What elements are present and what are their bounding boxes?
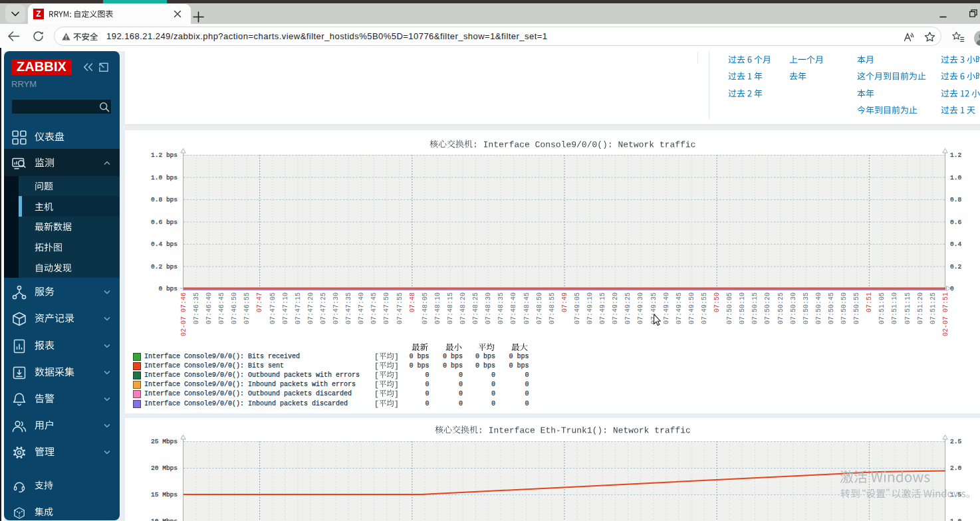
mouse-cursor — [654, 314, 661, 326]
zabbix-logo[interactable]: ZABBIX — [11, 59, 72, 75]
time-link-last-1-day[interactable] — [941, 106, 975, 114]
legend-row[interactable]: Interface Console9/0/0(): Outbound packe… — [125, 371, 551, 379]
y-tick-label-left: 0.8 bps — [125, 196, 178, 203]
x-tick-label: 07:51:05 — [878, 292, 886, 324]
chevron-down-icon — [104, 344, 110, 348]
x-tick-label: 07:49:45 — [675, 292, 683, 324]
profile-avatar[interactable] — [974, 31, 980, 46]
back-button[interactable] — [7, 30, 20, 43]
x-tick-label: 07:48:40 — [510, 292, 517, 324]
legend-label: Interface Console9/0/0(): Inbound packet… — [144, 381, 356, 388]
sidebar-item-label — [35, 157, 55, 167]
sidebar-item-label — [35, 132, 64, 142]
time-link-last-2-years[interactable] — [728, 89, 763, 98]
time-link-last-3-hours[interactable] — [941, 55, 980, 64]
sidebar-item-support[interactable] — [4, 472, 120, 498]
sidebar-subitem-problems[interactable] — [19, 176, 120, 197]
url-bar[interactable]: 192.168.21.249/zabbix.php?action=charts.… — [54, 27, 941, 46]
time-link-last-6-months[interactable] — [728, 55, 771, 64]
y-tick-label-right: 0.8 — [950, 196, 961, 203]
browser-tab-active[interactable]: Z — [28, 4, 191, 24]
sidebar-expand-icon[interactable] — [98, 62, 108, 72]
chevron-down-icon — [104, 450, 110, 455]
chevron-down-icon — [104, 423, 110, 428]
subitem-label — [35, 222, 72, 231]
search-icon — [99, 102, 110, 112]
y-tick-label-left: 15 Mbps — [125, 491, 178, 498]
legend-value: 0 — [483, 400, 529, 407]
x-tick-label: 07:49:30 — [637, 292, 644, 324]
time-link-this-year[interactable] — [857, 89, 874, 98]
time-link-last-1-year[interactable] — [728, 72, 763, 80]
time-link-month-to-date[interactable] — [857, 72, 926, 80]
x-tick-label: 02-07 07:46 — [180, 292, 187, 336]
new-tab-button[interactable] — [193, 11, 204, 23]
x-tick-label: 07:49:55 — [701, 292, 708, 324]
sidebar-item-services[interactable] — [4, 278, 120, 304]
legend-value: 0 bps — [483, 353, 529, 360]
x-tick-label: 07:48:25 — [472, 292, 479, 324]
favorite-star-icon[interactable] — [924, 31, 935, 43]
sidebar-subitem-discovery[interactable] — [19, 257, 120, 278]
legend-row[interactable]: Interface Console9/0/0(): Bits received0… — [125, 353, 551, 361]
sidebar-item-alerts[interactable] — [4, 385, 120, 411]
x-tick-label: 07:48:10 — [434, 292, 441, 324]
legend-row[interactable]: Interface Console9/0/0(): Inbound packet… — [125, 400, 551, 408]
x-tick-label: 02-07 07:51 — [942, 292, 949, 336]
zabbix-favicon: Z — [33, 9, 44, 19]
x-tick-label: 07:50:25 — [777, 292, 785, 324]
sidebar-item-monitoring[interactable] — [4, 149, 120, 176]
sidebar-item-label — [35, 393, 55, 403]
legend-row[interactable]: Interface Console9/0/0(): Outbound packe… — [125, 390, 551, 398]
sidebar-subitem-hosts[interactable] — [19, 196, 120, 217]
x-tick-label: 07:47:05 — [269, 292, 277, 324]
time-link-previous-year[interactable] — [789, 72, 806, 80]
sidebar-item-administration[interactable] — [4, 438, 120, 465]
legend-swatch — [133, 371, 141, 379]
x-tick-label: 07:51:25 — [929, 292, 937, 324]
legend-header-avg — [478, 343, 495, 352]
x-tick-label: 07:47:45 — [370, 292, 378, 324]
x-tick-label: 07:47:10 — [282, 292, 289, 324]
window-minimize-button[interactable] — [939, 13, 947, 21]
x-tick-label: 07:49 — [561, 292, 568, 312]
time-link-this-month[interactable] — [857, 55, 874, 64]
sidebar-collapse-icon[interactable] — [83, 62, 93, 72]
legend-label: Interface Console9/0/0(): Inbound packet… — [144, 400, 348, 407]
x-tick-label: 07:47:35 — [345, 292, 352, 324]
legend-value: 0 — [483, 371, 529, 379]
tab-search-button[interactable] — [5, 5, 25, 23]
x-tick-label: 07:50:50 — [840, 292, 848, 324]
monitoring-icon — [12, 156, 27, 171]
x-tick-label: 07:46:45 — [218, 292, 225, 324]
sidebar-search-input[interactable] — [11, 99, 112, 114]
time-link-year-to-date[interactable] — [857, 106, 918, 114]
sidebar-item-reports[interactable] — [4, 332, 120, 358]
url-text[interactable]: 192.168.21.249/zabbix.php?action=charts.… — [106, 27, 547, 46]
sidebar-subitem-maps[interactable] — [19, 237, 120, 258]
y-tick-label-right: 1.0 — [950, 174, 961, 181]
sidebar-item-integrations[interactable] — [4, 498, 120, 521]
x-tick-label: 07:50:15 — [751, 292, 759, 324]
legend-row[interactable]: Interface Console9/0/0(): Bits sent0 bps… — [125, 362, 551, 370]
x-tick-label: 07:48:30 — [485, 292, 492, 324]
time-link-last-12-hours[interactable] — [941, 89, 980, 98]
window-restore-button[interactable] — [969, 9, 977, 17]
sidebar-subitem-latest-data[interactable] — [19, 217, 120, 237]
sidebar-item-users[interactable] — [4, 411, 120, 438]
tab-close-icon[interactable] — [173, 9, 182, 19]
series-zero-lines — [184, 288, 945, 290]
x-tick-label: 07:50:30 — [790, 292, 797, 324]
not-secure-label[interactable] — [73, 33, 98, 41]
sidebar-item-inventory[interactable] — [4, 304, 120, 331]
legend-row[interactable]: Interface Console9/0/0(): Inbound packet… — [125, 381, 551, 389]
y-tick-label-left: 10 Mbps — [125, 518, 178, 521]
favorites-bar-icon[interactable] — [952, 31, 965, 43]
sidebar-item-dashboard[interactable] — [4, 123, 120, 149]
time-link-previous-month[interactable] — [789, 55, 824, 64]
refresh-button[interactable] — [32, 30, 45, 43]
sidebar-item-data-collection[interactable] — [4, 358, 120, 385]
time-link-last-6-hours[interactable] — [941, 72, 980, 80]
read-aloud-icon[interactable] — [904, 31, 915, 43]
selected-indicator — [19, 196, 22, 217]
